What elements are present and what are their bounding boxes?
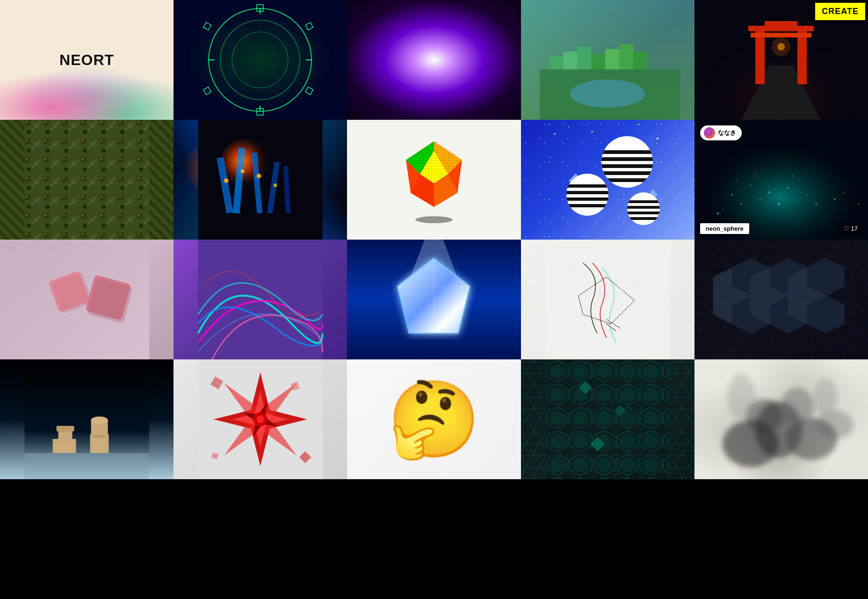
logo-cell: NEORT bbox=[0, 0, 174, 120]
hex-svg bbox=[694, 240, 868, 359]
svg-rect-74 bbox=[601, 157, 653, 161]
artwork-3d-pedestals[interactable] bbox=[0, 359, 174, 479]
artwork-camo-pattern[interactable] bbox=[0, 120, 174, 240]
svg-point-53 bbox=[274, 183, 277, 187]
svg-rect-6 bbox=[305, 22, 313, 30]
svg-point-110 bbox=[792, 175, 794, 177]
svg-rect-88 bbox=[627, 212, 660, 214]
fractal-svg bbox=[174, 359, 347, 479]
svg-point-102 bbox=[722, 208, 723, 209]
like-count: 17 bbox=[851, 225, 858, 232]
artwork-red-fractal[interactable] bbox=[174, 359, 347, 479]
svg-point-156 bbox=[91, 416, 108, 424]
artwork-ribbon-lines[interactable] bbox=[174, 240, 347, 359]
svg-point-2 bbox=[232, 32, 288, 88]
svg-rect-19 bbox=[619, 44, 633, 70]
svg-point-63 bbox=[568, 126, 569, 127]
svg-point-66 bbox=[657, 138, 658, 139]
svg-point-50 bbox=[224, 178, 229, 183]
artwork-teal-hex-pattern[interactable] bbox=[521, 359, 694, 479]
svg-rect-80 bbox=[566, 184, 608, 188]
svg-rect-89 bbox=[627, 217, 660, 220]
svg-rect-171 bbox=[545, 359, 670, 479]
artwork-crystal-diamond[interactable] bbox=[347, 240, 521, 359]
artwork-light-burst[interactable] bbox=[347, 0, 521, 120]
svg-rect-81 bbox=[566, 191, 608, 194]
svg-rect-30 bbox=[751, 33, 811, 37]
svg-point-0 bbox=[209, 8, 311, 111]
svg-point-106 bbox=[858, 204, 859, 205]
svg-rect-20 bbox=[633, 51, 647, 70]
create-button[interactable]: CREATE bbox=[815, 3, 865, 20]
artwork-neon-circles[interactable] bbox=[174, 0, 347, 120]
svg-point-96 bbox=[806, 194, 807, 195]
artwork-striped-orbs[interactable] bbox=[521, 120, 694, 240]
svg-rect-18 bbox=[605, 49, 619, 70]
svg-point-181 bbox=[727, 373, 755, 420]
svg-rect-16 bbox=[577, 47, 591, 70]
svg-point-97 bbox=[740, 204, 742, 205]
artwork-colorful-gem[interactable] bbox=[347, 120, 521, 240]
artwork-pink-cubes[interactable] bbox=[0, 240, 174, 359]
svg-marker-147 bbox=[25, 453, 149, 479]
diamond-svg bbox=[347, 240, 521, 359]
thinking-emoji-display: 🤔 bbox=[387, 382, 481, 457]
svg-point-94 bbox=[768, 191, 770, 193]
artwork-thinking-emoji[interactable]: 🤔 bbox=[347, 359, 521, 479]
svg-rect-14 bbox=[549, 56, 563, 70]
svg-rect-149 bbox=[55, 441, 74, 453]
gem-svg bbox=[397, 137, 471, 221]
svg-rect-86 bbox=[627, 200, 660, 203]
pink-cubes-svg bbox=[25, 240, 149, 359]
svg-marker-60 bbox=[406, 141, 462, 207]
svg-point-101 bbox=[815, 204, 817, 205]
svg-rect-5 bbox=[203, 22, 211, 30]
svg-point-67 bbox=[550, 157, 550, 158]
svg-point-103 bbox=[834, 199, 835, 200]
svg-point-62 bbox=[554, 133, 556, 135]
svg-point-107 bbox=[736, 180, 737, 181]
svg-point-109 bbox=[774, 180, 774, 181]
svg-point-111 bbox=[811, 180, 812, 181]
svg-rect-83 bbox=[566, 204, 608, 207]
artwork-grid: NEORT bbox=[0, 0, 868, 599]
teal-hex-svg bbox=[521, 359, 694, 479]
svg-rect-82 bbox=[566, 197, 608, 201]
svg-rect-8 bbox=[305, 87, 313, 95]
svg-point-180 bbox=[781, 387, 814, 425]
user-name: ななき bbox=[718, 129, 736, 137]
svg-rect-7 bbox=[203, 87, 211, 95]
svg-point-33 bbox=[772, 37, 790, 56]
svg-rect-15 bbox=[563, 51, 577, 70]
sketch-svg bbox=[521, 240, 694, 359]
artwork-voxel-landscape[interactable] bbox=[521, 0, 694, 120]
artwork-dark-hexagons[interactable] bbox=[694, 240, 868, 359]
svg-point-163 bbox=[257, 416, 264, 423]
smoke-svg bbox=[694, 359, 868, 479]
ribbons-svg bbox=[174, 240, 347, 359]
svg-point-64 bbox=[592, 131, 593, 132]
svg-point-99 bbox=[778, 203, 780, 205]
svg-point-93 bbox=[750, 185, 751, 186]
user-badge[interactable]: 🟣 ななき bbox=[700, 125, 742, 140]
svg-rect-151 bbox=[57, 426, 74, 431]
svg-point-98 bbox=[760, 199, 760, 200]
svg-point-65 bbox=[638, 124, 639, 125]
heart-icon: ♡ bbox=[844, 225, 849, 232]
like-badge[interactable]: ♡ 17 bbox=[839, 223, 862, 234]
artwork-teal-particles[interactable]: 🟣 ななき neon_sphere ♡ 17 bbox=[694, 120, 868, 240]
svg-point-108 bbox=[754, 175, 756, 177]
artwork-abstract-sketch[interactable] bbox=[521, 240, 694, 359]
artwork-torii-gate[interactable]: CREATE bbox=[694, 0, 868, 120]
svg-point-78 bbox=[566, 174, 608, 216]
artwork-blue-machinery[interactable] bbox=[174, 120, 347, 240]
svg-point-52 bbox=[257, 174, 261, 178]
svg-point-92 bbox=[731, 194, 732, 196]
svg-point-183 bbox=[816, 411, 854, 439]
svg-point-104 bbox=[844, 192, 845, 193]
svg-rect-76 bbox=[601, 171, 653, 175]
artwork-smoke-art[interactable] bbox=[694, 359, 868, 479]
artwork-title-badge: neon_sphere bbox=[700, 223, 749, 234]
svg-rect-31 bbox=[765, 21, 797, 26]
svg-rect-153 bbox=[93, 437, 107, 453]
